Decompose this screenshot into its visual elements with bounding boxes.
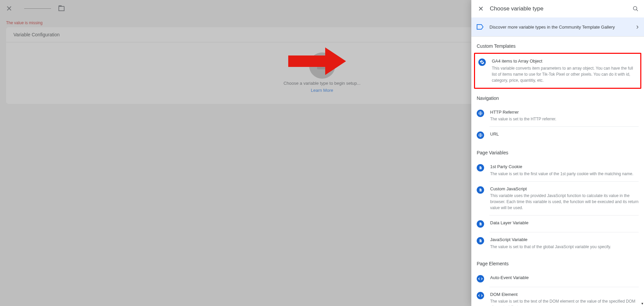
- variable-type-item[interactable]: DOM ElementThe value is set to the text …: [471, 287, 644, 306]
- close-panel-icon[interactable]: ✕: [477, 3, 485, 14]
- tag-icon: [477, 24, 483, 30]
- doc-icon: [477, 220, 484, 228]
- globe-icon: [477, 110, 484, 117]
- variable-type-item[interactable]: 1st Party CookieThe value is set to the …: [471, 159, 644, 181]
- gear-icon: [478, 59, 486, 66]
- item-desc: This variable converts item parameters t…: [492, 65, 637, 83]
- item-desc: The value is set to the HTTP referrer.: [490, 116, 639, 122]
- item-name: URL: [490, 131, 639, 138]
- code-icon: [477, 292, 484, 299]
- globe-icon: [477, 131, 484, 139]
- section-title: Navigation: [471, 89, 644, 105]
- section-title: Page Variables: [471, 143, 644, 159]
- chevron-right-icon: ›: [636, 23, 639, 31]
- section-title: Custom Templates: [471, 37, 644, 53]
- variable-type-list[interactable]: Custom TemplatesGA4 items to Array Objec…: [471, 37, 644, 306]
- variable-type-item[interactable]: URL: [471, 127, 644, 143]
- item-name: Data Layer Variable: [490, 220, 639, 226]
- panel-title: Choose variable type: [490, 5, 628, 12]
- variable-type-item[interactable]: Custom JavaScriptThis variable uses the …: [471, 182, 644, 216]
- item-desc: This variable uses the provided JavaScri…: [490, 193, 639, 211]
- item-name: GA4 items to Array Object: [492, 58, 637, 65]
- svg-line-1: [636, 9, 638, 11]
- doc-icon: [477, 237, 484, 244]
- variable-type-item[interactable]: HTTP ReferrerThe value is set to the HTT…: [471, 105, 644, 127]
- item-desc: The value is set to the text of the DOM …: [490, 298, 639, 306]
- code-icon: [477, 275, 484, 282]
- item-name: Auto-Event Variable: [490, 274, 639, 281]
- choose-variable-panel: ✕ Choose variable type Discover more var…: [471, 0, 644, 306]
- variable-type-item[interactable]: JavaScript VariableThe value is set to t…: [471, 232, 644, 254]
- item-name: 1st Party Cookie: [490, 163, 639, 170]
- scroll-down-icon: ▼: [641, 301, 644, 306]
- doc-icon: [477, 186, 484, 194]
- banner-text: Discover more variable types in the Comm…: [489, 25, 630, 30]
- item-name: DOM Element: [490, 291, 639, 298]
- variable-type-item[interactable]: Auto-Event Variable: [471, 270, 644, 287]
- red-arrow-annotation: [288, 47, 346, 75]
- doc-icon: [477, 164, 484, 171]
- item-desc: The value is set to the first value of t…: [490, 171, 639, 177]
- svg-point-0: [633, 6, 637, 10]
- variable-type-item[interactable]: Data Layer Variable: [471, 216, 644, 232]
- item-name: HTTP Referrer: [490, 109, 639, 116]
- search-icon[interactable]: [633, 6, 639, 12]
- item-name: Custom JavaScript: [490, 186, 639, 192]
- variable-type-item[interactable]: GA4 items to Array ObjectThis variable c…: [476, 54, 640, 87]
- item-name: JavaScript Variable: [490, 236, 639, 243]
- item-desc: The value is set to that of the global J…: [490, 244, 639, 250]
- highlighted-item-box: GA4 items to Array ObjectThis variable c…: [474, 53, 641, 89]
- community-gallery-banner[interactable]: Discover more variable types in the Comm…: [471, 17, 644, 37]
- section-title: Page Elements: [471, 254, 644, 270]
